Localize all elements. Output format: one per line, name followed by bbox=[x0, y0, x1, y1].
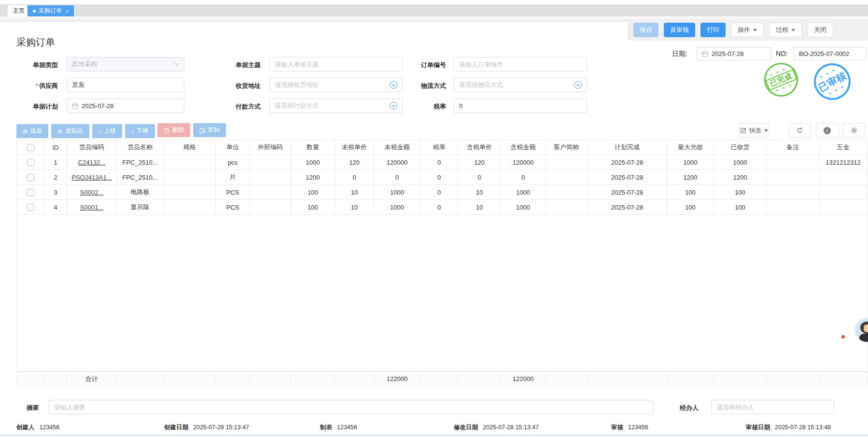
save-button[interactable]: 保存 bbox=[633, 23, 658, 37]
payment-method-input[interactable]: 请选择付款方式 + bbox=[269, 99, 403, 113]
column-header: 未税单价 bbox=[335, 140, 374, 155]
order-no-input[interactable]: BO-2025-07-0002 bbox=[794, 47, 867, 60]
cell: 10 bbox=[458, 185, 501, 200]
item-code-link[interactable]: PSO2413A1... bbox=[71, 174, 112, 181]
plus-circle-icon[interactable]: + bbox=[574, 81, 582, 89]
logistics-input[interactable]: 请选择物流方式 + bbox=[454, 78, 587, 92]
date-value: 2025-07-28 bbox=[712, 50, 744, 57]
table-row: 2PSO2413A1...FPC_2510...片1200000002025-0… bbox=[17, 170, 868, 185]
total-row: 合计122000122000 bbox=[17, 372, 868, 386]
column-header: 最大允收 bbox=[667, 140, 714, 155]
cell bbox=[250, 170, 291, 185]
process-dropdown-button[interactable]: 过程 bbox=[769, 23, 802, 37]
item-code-link[interactable]: S0002... bbox=[80, 189, 103, 196]
info-button[interactable]: i bbox=[816, 123, 839, 138]
cell: PCS bbox=[216, 200, 250, 215]
refresh-button[interactable] bbox=[789, 123, 811, 138]
cell bbox=[767, 185, 819, 200]
cell: 100 bbox=[291, 185, 335, 200]
move-up-button[interactable]: ↑上移 bbox=[92, 124, 122, 138]
tab-home[interactable]: 主页 bbox=[8, 5, 30, 16]
cell: 10 bbox=[335, 185, 374, 200]
doc-subject-field[interactable] bbox=[275, 61, 397, 68]
summary-field[interactable] bbox=[54, 404, 648, 411]
notification-dot bbox=[841, 335, 845, 338]
cell: 0 bbox=[420, 155, 458, 170]
delete-row-button[interactable]: 删除 bbox=[157, 123, 190, 137]
move-down-button[interactable]: ↓下移 bbox=[125, 124, 155, 138]
close-button[interactable]: 关闭 bbox=[807, 23, 833, 37]
summary-input[interactable] bbox=[49, 400, 653, 414]
cell: 1000 bbox=[374, 200, 420, 215]
column-header: 税率 bbox=[420, 140, 458, 155]
cell: 1000 bbox=[667, 155, 714, 170]
delivery-address-placeholder: 请选择收货地址 bbox=[275, 81, 319, 89]
cell: PCS bbox=[216, 185, 250, 200]
select-all-checkbox[interactable] bbox=[27, 144, 34, 151]
cell: S0001... bbox=[67, 200, 117, 215]
row-checkbox[interactable] bbox=[27, 204, 34, 211]
order-number-input[interactable] bbox=[454, 57, 587, 71]
row-checkbox[interactable] bbox=[27, 174, 34, 181]
cell: 显示版 bbox=[117, 200, 164, 215]
tax-rate-input[interactable] bbox=[454, 99, 587, 113]
quick-select-dropdown-button[interactable]: 快选 bbox=[739, 123, 770, 138]
order-no-value: BO-2025-07-0002 bbox=[799, 50, 849, 57]
supplier-field[interactable] bbox=[72, 82, 179, 89]
tab-bar: 主页 采购订单 × bbox=[0, 4, 868, 16]
delivery-address-label: 收货地址 bbox=[212, 82, 261, 90]
plus-circle-icon[interactable]: + bbox=[390, 102, 397, 110]
plus-circle-icon[interactable]: + bbox=[390, 81, 397, 89]
tab-purchase-order[interactable]: 采购订单 × bbox=[28, 5, 74, 16]
operate-dropdown-button[interactable]: 操作 bbox=[731, 23, 764, 37]
total-cell bbox=[588, 372, 667, 386]
audited-stamp: ★ ★ ★ 已审核 ★ ★ ★ bbox=[808, 57, 857, 107]
auditor-info: 审核123456 bbox=[611, 423, 648, 432]
cell bbox=[164, 170, 216, 185]
total-cell bbox=[767, 372, 819, 386]
cell: PSO2413A1... bbox=[67, 170, 117, 185]
row-select-cell bbox=[17, 155, 44, 170]
row-checkbox[interactable] bbox=[27, 189, 34, 196]
tab-close-icon[interactable]: × bbox=[66, 8, 69, 14]
tax-rate-field[interactable] bbox=[459, 102, 582, 110]
row-select-cell bbox=[17, 170, 44, 185]
doc-plan-date-input[interactable]: 2025-07-28 bbox=[67, 99, 184, 113]
total-cell bbox=[546, 372, 588, 386]
tab-home-label: 主页 bbox=[13, 7, 25, 15]
item-code-link[interactable]: C24132... bbox=[78, 159, 105, 166]
virtual-item-button[interactable]: ⊕虚拟品 bbox=[51, 124, 89, 138]
cell: 2 bbox=[44, 170, 67, 185]
column-header: 计划完成 bbox=[588, 140, 667, 155]
agent-input[interactable] bbox=[711, 400, 834, 414]
print-button[interactable]: 打印 bbox=[700, 23, 726, 37]
logistics-label: 物流方式 bbox=[398, 82, 446, 90]
add-row-button[interactable]: ⊕添加 bbox=[16, 124, 48, 138]
row-checkbox[interactable] bbox=[27, 159, 34, 166]
item-code-link[interactable]: S0001... bbox=[80, 204, 103, 211]
column-header: ID bbox=[44, 140, 67, 155]
cell bbox=[250, 200, 291, 215]
modify-date-info: 修改日期2025-07-28 15:13:47 bbox=[454, 423, 539, 432]
unaudit-button[interactable]: 反审核 bbox=[664, 23, 695, 37]
cell: 2025-07-28 bbox=[588, 185, 667, 200]
delivery-address-input[interactable]: 请选择收货地址 + bbox=[269, 78, 403, 92]
date-input[interactable]: 2025-07-28 bbox=[697, 47, 771, 60]
settings-button[interactable] bbox=[842, 123, 865, 138]
cell bbox=[164, 185, 216, 200]
tax-rate-label: 税率 bbox=[398, 102, 446, 111]
order-number-field[interactable] bbox=[459, 61, 582, 68]
agent-field[interactable] bbox=[716, 404, 829, 411]
supplier-input[interactable] bbox=[67, 78, 184, 92]
cell: 1000 bbox=[291, 155, 335, 170]
bottom-divider bbox=[0, 435, 868, 436]
doc-subject-input[interactable] bbox=[269, 57, 403, 71]
cell bbox=[819, 170, 868, 185]
total-cell bbox=[117, 372, 164, 386]
copy-row-button[interactable]: 复制 bbox=[193, 123, 226, 137]
cell: 1321212312 bbox=[819, 155, 868, 170]
order-lines-grid: ID货品编码货品名称规格单位外部编码数量未税单价未税金额税率含税单价含税金额客户… bbox=[16, 140, 868, 386]
cell: 1000 bbox=[714, 155, 767, 170]
doc-type-select[interactable]: 其他采购 bbox=[67, 57, 184, 71]
cell: 0 bbox=[420, 185, 458, 200]
